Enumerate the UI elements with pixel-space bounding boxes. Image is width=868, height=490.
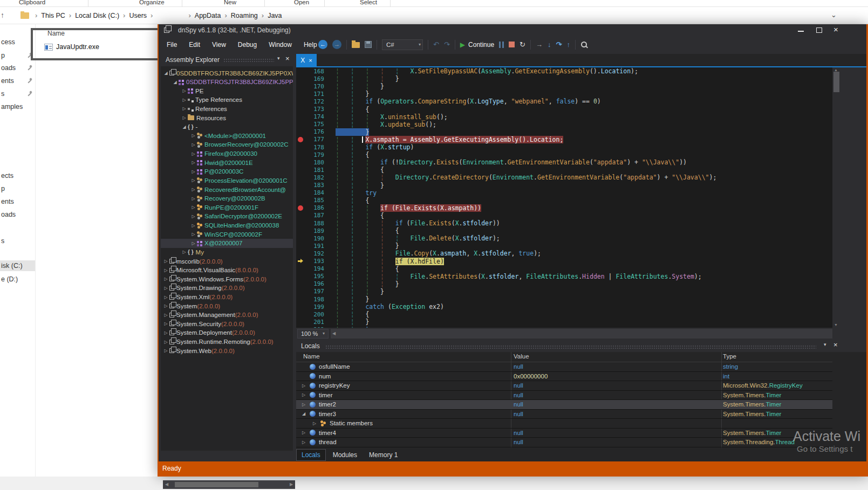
- redo-button[interactable]: ↷: [444, 40, 450, 49]
- sidebar-item[interactable]: isk (C:): [0, 260, 36, 271]
- locals-row[interactable]: num0x00000000int: [296, 372, 832, 382]
- expander-closed-icon[interactable]: ▷: [302, 430, 307, 435]
- breakpoint-margin[interactable]: [296, 128, 307, 136]
- code-line-199[interactable]: 199¦ ¦ catch (Exception ex2): [296, 303, 832, 310]
- menu-debug[interactable]: Debug: [232, 41, 263, 49]
- address-bar[interactable]: ↑ ›This PC›Local Disk (C:)›Users››AppDat…: [0, 8, 868, 24]
- breakpoint-margin[interactable]: [296, 143, 307, 151]
- tree-item[interactable]: ▷System.Security (2.0.0.0): [161, 319, 293, 328]
- tree-item[interactable]: ▷System.Windows.Forms (2.0.0.0): [161, 274, 293, 284]
- tree-item[interactable]: ▷System.Deployment (2.0.0.0): [161, 328, 293, 337]
- tree-item[interactable]: ▷System (2.0.0.0): [161, 301, 293, 310]
- breakpoint-margin[interactable]: [296, 227, 307, 234]
- code-line-181[interactable]: 181¦ ¦ ¦ {: [296, 166, 832, 174]
- expander-closed-icon[interactable]: ▷: [163, 303, 169, 308]
- code-line-201[interactable]: 201¦ ¦ }: [296, 318, 832, 326]
- code-line-198[interactable]: 198¦ ¦ }: [296, 295, 832, 303]
- locals-row[interactable]: ▷threadnullSystem.Threading.Thread: [296, 438, 832, 447]
- sidebar-item[interactable]: ects: [0, 170, 36, 181]
- breakpoint-margin[interactable]: [296, 197, 307, 204]
- tree-item[interactable]: ▷Firefox @02000030: [161, 149, 293, 158]
- tab-close-icon[interactable]: ×: [309, 57, 312, 64]
- continue-button[interactable]: Continue: [468, 41, 494, 49]
- code-line-189[interactable]: 189¦ ¦ ¦ ¦ {: [296, 227, 832, 234]
- code-line-169[interactable]: 169¦ ¦ ¦ ¦ }: [296, 75, 832, 82]
- code-line-177[interactable]: 177¦ ¦ X.asmpath = Assembly.GetExecuting…: [296, 136, 832, 143]
- locals-header[interactable]: Locals ▾ ×: [296, 341, 866, 352]
- expander-closed-icon[interactable]: ▷: [190, 160, 196, 165]
- code-line-187[interactable]: 187¦ ¦ ¦ {: [296, 212, 832, 219]
- expander-closed-icon[interactable]: ▷: [163, 259, 169, 264]
- breadcrumb-item[interactable]: This PC: [41, 12, 65, 19]
- sidebar-item[interactable]: oads: [0, 209, 36, 220]
- maximize-button[interactable]: [816, 27, 822, 33]
- menu-edit[interactable]: Edit: [183, 41, 206, 49]
- code-line-194[interactable]: 194¦ ¦ ¦ ¦ {: [296, 265, 832, 273]
- tree-item[interactable]: ▷ProcessElevation @0200001C: [161, 176, 293, 185]
- breadcrumb-item[interactable]: Java: [268, 12, 282, 19]
- expander-closed-icon[interactable]: ▷: [190, 223, 196, 228]
- chevron-down-icon[interactable]: ▾: [277, 56, 280, 61]
- tree-item[interactable]: ▷System.Xml (2.0.0.0): [161, 293, 293, 302]
- expander-closed-icon[interactable]: ▷: [163, 348, 169, 353]
- expander-closed-icon[interactable]: ▷: [163, 295, 169, 300]
- continue-play-icon[interactable]: ▶: [460, 41, 465, 49]
- tab-memory-1[interactable]: Memory 1: [364, 450, 402, 460]
- expander-closed-icon[interactable]: ▷: [190, 133, 196, 138]
- locals-column-value[interactable]: Value: [514, 353, 529, 360]
- tree-item[interactable]: ▷Hwid @0200001E: [161, 158, 293, 167]
- zoom-select[interactable]: 100 %▾: [297, 329, 329, 339]
- tree-item[interactable]: ▷SQLiteHandler @02000038: [161, 221, 293, 230]
- locals-column-name[interactable]: Name: [303, 353, 320, 360]
- restart-button[interactable]: ↻: [520, 40, 525, 49]
- expander-closed-icon[interactable]: ▷: [313, 421, 318, 426]
- code-line-197[interactable]: 197¦ ¦ ¦ }: [296, 288, 832, 295]
- code-line-196[interactable]: 196¦ ¦ ¦ ¦ }: [296, 280, 832, 288]
- breadcrumb-item[interactable]: Local Disk (C:): [75, 12, 119, 19]
- tree-item[interactable]: ▷System.Runtime.Remoting (2.0.0.0): [161, 337, 293, 347]
- close-icon[interactable]: ×: [285, 54, 290, 63]
- sidebar-item[interactable]: oads: [0, 63, 36, 73]
- tree-item[interactable]: ▷Type References: [161, 95, 293, 105]
- ribbon-group-organize[interactable]: Organize: [139, 0, 165, 5]
- titlebar[interactable]: dnSpy v6.1.8 (32-bit, .NET, Debugging) ×: [159, 24, 866, 37]
- code-line-178[interactable]: 178¦ ¦ if (X.strtup): [296, 143, 832, 151]
- sidebar-item[interactable]: s: [0, 236, 36, 246]
- breakpoint-margin[interactable]: [296, 250, 307, 257]
- sidebar-item[interactable]: s: [0, 88, 36, 99]
- expander-closed-icon[interactable]: ▷: [163, 321, 169, 326]
- ribbon-group-select[interactable]: Select: [360, 0, 377, 5]
- scroll-left-icon[interactable]: ◀: [165, 482, 168, 487]
- undo-button[interactable]: ↶: [433, 40, 439, 49]
- breakpoint-margin[interactable]: [296, 136, 307, 143]
- tree-item[interactable]: ▷References: [161, 104, 293, 113]
- code-line-190[interactable]: 190¦ ¦ ¦ ¦ ¦ File.Delete(X.stfolder);: [296, 234, 832, 242]
- code-line-195[interactable]: 195¦ ¦ ¦ ¦ ¦ File.SetAttributes(X.stfold…: [296, 273, 832, 280]
- tab-modules[interactable]: Modules: [328, 450, 362, 460]
- expander-closed-icon[interactable]: ▷: [163, 340, 169, 344]
- tree-item[interactable]: ▷X @02000007: [161, 239, 293, 248]
- tree-item[interactable]: ▷{ }My: [161, 247, 293, 257]
- code-line-170[interactable]: 170¦ ¦ ¦ }: [296, 82, 832, 90]
- expander-closed-icon[interactable]: ▷: [181, 115, 187, 120]
- tree-item[interactable]: ▷PE: [161, 86, 293, 95]
- expander-open-icon[interactable]: ◢: [302, 411, 307, 416]
- breakpoint-margin[interactable]: [296, 151, 307, 158]
- expander-closed-icon[interactable]: ▷: [190, 151, 196, 156]
- tree-item[interactable]: ▷Resources: [161, 113, 293, 122]
- expander-open-icon[interactable]: ◢: [181, 125, 187, 129]
- step-out-button[interactable]: ↑: [566, 40, 570, 49]
- breakpoint-margin[interactable]: [296, 273, 307, 280]
- save-button[interactable]: [365, 41, 372, 48]
- tree-item[interactable]: ▷SafariDecryptor @0200002E: [161, 212, 293, 221]
- expander-closed-icon[interactable]: ▷: [190, 196, 196, 201]
- close-button[interactable]: ×: [833, 25, 838, 34]
- language-select[interactable]: C#▾: [382, 39, 423, 50]
- code-line-179[interactable]: 179¦ ¦ {: [296, 151, 832, 158]
- tree-item[interactable]: ▷Microsoft.VisualBasic (8.0.0.0): [161, 266, 293, 275]
- expander-open-icon[interactable]: ◢: [163, 71, 169, 75]
- tree-horizontal-scrollbar[interactable]: ◀ ▶: [163, 480, 295, 489]
- locals-row[interactable]: ▷timernullSystem.Timers.Timer: [296, 391, 832, 401]
- show-next-statement-button[interactable]: →: [536, 40, 543, 49]
- expander-closed-icon[interactable]: ▷: [181, 88, 187, 93]
